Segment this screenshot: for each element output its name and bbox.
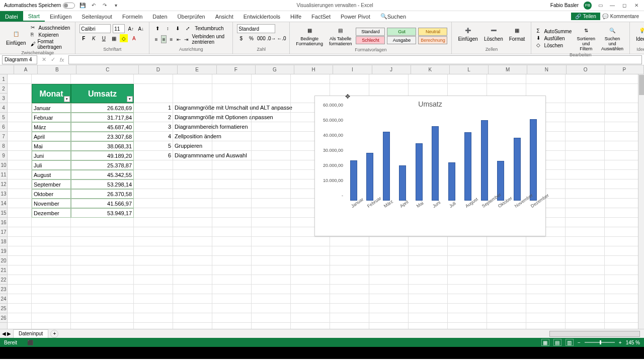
cell-O4[interactable] — [566, 113, 605, 122]
col-header-N[interactable]: N — [527, 65, 566, 74]
cell-A10[interactable] — [8, 170, 32, 179]
cell-H26[interactable] — [291, 323, 330, 329]
tab-help[interactable]: Hilfe — [285, 11, 306, 22]
chart-bar[interactable] — [481, 120, 488, 201]
cell-J25[interactable] — [369, 313, 409, 323]
cell-C22[interactable] — [71, 285, 134, 294]
cell-I21[interactable] — [330, 275, 369, 285]
cell-O8[interactable] — [566, 151, 605, 160]
cell-N26[interactable] — [526, 323, 566, 329]
cell-C14[interactable]: 53.949,17 — [71, 208, 134, 218]
cell-F21[interactable] — [212, 275, 252, 285]
comments-button[interactable]: 💬 Kommentare — [602, 14, 639, 19]
cell-E22[interactable] — [173, 285, 212, 294]
cell-E17[interactable] — [173, 237, 212, 246]
font-size-input[interactable] — [113, 24, 125, 33]
col-header-K[interactable]: K — [411, 65, 450, 74]
cell-A17[interactable] — [8, 237, 32, 246]
cell-C13[interactable]: 41.566,97 — [71, 199, 134, 208]
cell-C9[interactable]: 25.378,87 — [71, 160, 134, 170]
cell-L23[interactable] — [448, 294, 487, 304]
cell-I19[interactable] — [330, 256, 369, 265]
avatar[interactable]: FB — [584, 2, 592, 10]
cell-J18[interactable] — [369, 246, 409, 256]
cell-B24[interactable] — [32, 304, 71, 313]
cell-M25[interactable] — [487, 313, 526, 323]
cell-B19[interactable] — [32, 256, 71, 265]
row-header-24[interactable]: 24 — [0, 294, 7, 304]
cell-B9[interactable]: Juli — [32, 160, 71, 170]
select-all-corner[interactable] — [0, 65, 14, 74]
cell-G9[interactable] — [252, 160, 291, 170]
italic-button[interactable]: K — [90, 34, 98, 42]
cell-G3[interactable] — [252, 103, 291, 113]
cell-F14[interactable] — [212, 208, 252, 218]
cell-K23[interactable] — [409, 294, 448, 304]
cell-G22[interactable] — [252, 285, 291, 294]
tab-powerpivot[interactable]: Power Pivot — [336, 11, 375, 22]
maximize-icon[interactable]: ◻ — [621, 2, 628, 9]
cell-A26[interactable] — [8, 323, 32, 329]
row-header-20[interactable]: 20 — [0, 256, 7, 265]
cell-O24[interactable] — [566, 304, 605, 313]
cell-E3[interactable]: Diagrammgröße mit Umschalt und ALT anpas… — [173, 103, 212, 113]
cell-C8[interactable]: 49.189,20 — [71, 151, 134, 160]
indent-inc-icon[interactable]: ⇥ — [184, 35, 189, 43]
cell-I24[interactable] — [330, 304, 369, 313]
cell-F1[interactable] — [212, 74, 252, 84]
cell-A13[interactable] — [8, 199, 32, 208]
cell-E6[interactable]: Zellposition ändern — [173, 132, 212, 141]
cell-E4[interactable]: Diagrammgröße mit Optionen anpassen — [173, 113, 212, 122]
cell-F11[interactable] — [212, 179, 252, 189]
cell-H18[interactable] — [291, 246, 330, 256]
chart-bar[interactable] — [383, 132, 390, 201]
horizontal-scrollbar[interactable] — [549, 331, 640, 337]
zoom-slider[interactable] — [585, 342, 615, 343]
col-header-M[interactable]: M — [489, 65, 527, 74]
cell-O26[interactable] — [566, 323, 605, 329]
delete-cells-button[interactable]: ➖Löschen — [482, 24, 505, 43]
cell-O5[interactable] — [566, 122, 605, 132]
cell-M23[interactable] — [487, 294, 526, 304]
cell-J21[interactable] — [369, 275, 409, 285]
cell-E10[interactable] — [173, 170, 212, 179]
style-output[interactable]: Ausgabe — [387, 36, 416, 44]
cell-H22[interactable] — [291, 285, 330, 294]
cell-G14[interactable] — [252, 208, 291, 218]
row-header-7[interactable]: 7 — [0, 132, 7, 141]
cell-D7[interactable]: 5 — [134, 141, 173, 151]
filter-icon[interactable]: ▾ — [64, 96, 70, 102]
cell-B22[interactable] — [32, 285, 71, 294]
underline-button[interactable]: U — [100, 34, 108, 42]
record-macro-icon[interactable]: ⬛ — [27, 340, 33, 345]
cell-D1[interactable] — [134, 74, 173, 84]
row-header-23[interactable]: 23 — [0, 285, 7, 294]
cell-D23[interactable] — [134, 294, 173, 304]
col-header-H[interactable]: H — [294, 65, 333, 74]
border-button[interactable]: ▦ — [110, 34, 118, 42]
cell-D21[interactable] — [134, 275, 173, 285]
cell-C12[interactable]: 26.370,58 — [71, 189, 134, 199]
cell-F8[interactable] — [212, 151, 252, 160]
row-header-19[interactable]: 19 — [0, 246, 7, 256]
tab-factset[interactable]: FactSet — [306, 11, 336, 22]
cell-E7[interactable]: Gruppieren — [173, 141, 212, 151]
cell-C15[interactable] — [71, 218, 134, 227]
cell-D26[interactable] — [134, 323, 173, 329]
cell-E13[interactable] — [173, 199, 212, 208]
format-as-table-button[interactable]: ▤Als Tabelle formatieren — [327, 24, 354, 47]
cell-J23[interactable] — [369, 294, 409, 304]
cell-G6[interactable] — [252, 132, 291, 141]
col-header-A[interactable]: A — [14, 65, 38, 74]
cell-D18[interactable] — [134, 246, 173, 256]
ideas-button[interactable]: 💡Ideen — [634, 24, 644, 43]
cell-N24[interactable] — [526, 304, 566, 313]
cell-O3[interactable] — [566, 103, 605, 113]
cell-E1[interactable] — [173, 74, 212, 84]
cell-E19[interactable] — [173, 256, 212, 265]
cell-M1[interactable] — [487, 74, 526, 84]
cell-B5[interactable]: März — [32, 122, 71, 132]
font-name-input[interactable] — [79, 24, 111, 33]
cell-F26[interactable] — [212, 323, 252, 329]
zoom-level[interactable]: 145 % — [626, 340, 640, 345]
